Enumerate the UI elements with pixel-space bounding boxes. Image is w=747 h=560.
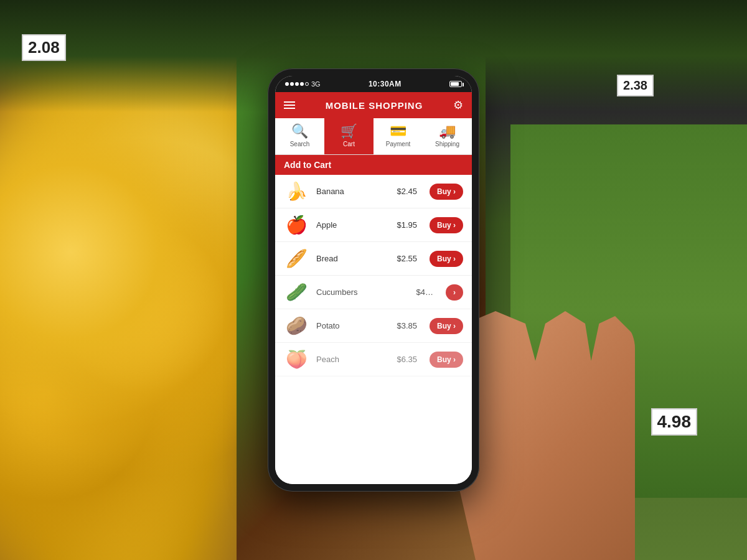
cucumber-buy-button[interactable]: › [446,284,463,301]
tab-payment[interactable]: 💳 Payment [374,118,423,154]
bread-emoji: 🥖 [284,248,309,269]
product-item-banana: 🍌 Banana $2.45 Buy › [275,175,472,208]
signal-dot-4 [300,82,304,86]
signal-dot-1 [285,82,289,86]
peach-name: Peach [316,355,389,364]
battery-fill [451,82,459,86]
signal-dot-2 [290,82,294,86]
status-left: 3G [285,80,321,88]
shipping-icon: 🚚 [439,124,456,138]
tab-search[interactable]: 🔍 Search [275,118,324,154]
settings-gear-icon[interactable]: ⚙ [453,98,463,112]
banana-buy-button[interactable]: Buy › [430,184,463,200]
phone-wrapper: 3G 10:30AM MOBILE SHOPPING ⚙ [268,68,479,492]
bread-buy-label: Buy › [437,254,456,263]
potato-name: Potato [316,321,389,330]
hamburger-line-1 [284,101,295,103]
price-tag-topleft: 2.08 [22,34,66,61]
product-item-apple: 🍎 Apple $1.95 Buy › [275,208,472,242]
product-list: 🍌 Banana $2.45 Buy › 🍎 Apple $1.95 Buy › [275,175,472,484]
peach-buy-label: Buy › [437,355,456,364]
product-item-peach: 🍑 Peach $6.35 Buy › [275,343,472,376]
tab-payment-label: Payment [386,141,410,147]
potato-price: $3.85 [397,321,417,330]
potato-buy-label: Buy › [437,322,456,330]
price-tag-topright: 2.38 [617,75,654,96]
payment-icon: 💳 [390,124,406,138]
status-right [449,81,462,87]
banana-price: $2.45 [397,187,417,196]
potato-emoji: 🥔 [284,315,309,336]
nav-tabs: 🔍 Search 🛒 Cart 💳 Payment 🚚 Shipping [275,118,472,155]
tab-search-label: Search [290,141,310,147]
apple-price: $1.95 [397,220,417,230]
apple-emoji: 🍎 [284,215,309,235]
cart-icon: 🛒 [341,124,357,138]
phone-screen: 3G 10:30AM MOBILE SHOPPING ⚙ [275,76,472,484]
tab-shipping[interactable]: 🚚 Shipping [423,118,472,154]
product-item-bread: 🥖 Bread $2.55 Buy › [275,242,472,276]
peach-emoji: 🍑 [284,349,309,370]
potato-buy-button[interactable]: Buy › [430,318,463,334]
search-icon: 🔍 [291,124,308,138]
signal-dot-3 [295,82,299,86]
peach-buy-button[interactable]: Buy › [430,352,463,368]
battery-icon [449,81,462,87]
section-header: Add to Cart [275,155,472,175]
signal-dot-5 [305,82,309,86]
banana-emoji: 🍌 [284,181,309,202]
status-time: 10:30AM [369,80,402,88]
bread-price: $2.55 [397,254,417,263]
signal-dots [285,82,309,86]
cucumber-price: $4… [416,287,433,297]
tab-shipping-label: Shipping [435,141,459,147]
network-label: 3G [311,80,321,88]
phone: 3G 10:30AM MOBILE SHOPPING ⚙ [268,68,479,492]
bread-name: Bread [316,254,389,263]
peach-price: $6.35 [397,355,417,364]
product-item-potato: 🥔 Potato $3.85 Buy › [275,309,472,343]
cucumber-buy-label: › [453,288,456,297]
tab-cart-label: Cart [343,141,355,147]
banana-name: Banana [316,187,389,196]
hamburger-menu-icon[interactable] [284,101,295,109]
cucumber-emoji: 🥒 [284,282,309,302]
product-item-cucumbers: 🥒 Cucumbers $4… › [275,276,472,309]
tab-cart[interactable]: 🛒 Cart [324,118,374,154]
apple-buy-label: Buy › [437,221,456,230]
banana-buy-label: Buy › [437,187,456,196]
status-bar: 3G 10:30AM [275,76,472,92]
price-tag-bottomright: 4.98 [651,408,698,436]
hamburger-line-3 [284,108,295,109]
apple-buy-button[interactable]: Buy › [430,217,463,233]
cucumber-name: Cucumbers [316,287,409,297]
app-header: MOBILE SHOPPING ⚙ [275,92,472,118]
bread-buy-button[interactable]: Buy › [430,251,463,267]
apple-name: Apple [316,220,389,230]
hamburger-line-2 [284,105,295,106]
app-title: MOBILE SHOPPING [326,100,423,111]
